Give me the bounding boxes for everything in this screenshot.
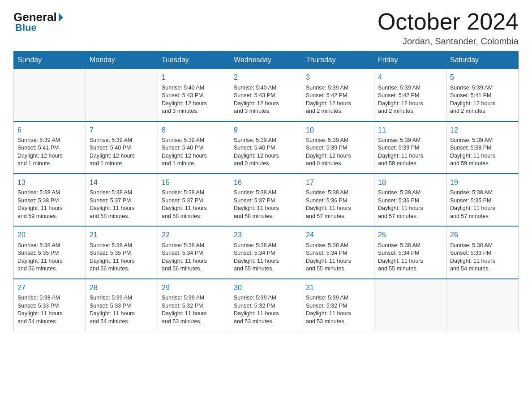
day-number: 30 xyxy=(234,283,298,293)
day-info: Sunrise: 5:38 AM Sunset: 5:35 PM Dayligh… xyxy=(450,189,515,220)
day-info: Sunrise: 5:38 AM Sunset: 5:37 PM Dayligh… xyxy=(234,189,298,220)
header-monday: Monday xyxy=(86,51,158,69)
header-friday: Friday xyxy=(374,51,446,69)
table-row: 27Sunrise: 5:38 AM Sunset: 5:33 PM Dayli… xyxy=(14,279,86,331)
day-number: 24 xyxy=(306,230,370,240)
location-subtitle: Jordan, Santander, Colombia xyxy=(378,36,519,47)
day-info: Sunrise: 5:38 AM Sunset: 5:33 PM Dayligh… xyxy=(450,242,515,273)
table-row: 15Sunrise: 5:38 AM Sunset: 5:37 PM Dayli… xyxy=(158,174,230,226)
day-number: 11 xyxy=(378,125,442,135)
table-row: 8Sunrise: 5:39 AM Sunset: 5:40 PM Daylig… xyxy=(158,121,230,174)
table-row xyxy=(14,69,86,121)
table-row: 2Sunrise: 5:40 AM Sunset: 5:43 PM Daylig… xyxy=(230,69,302,121)
table-row xyxy=(446,279,519,331)
day-info: Sunrise: 5:39 AM Sunset: 5:39 PM Dayligh… xyxy=(378,137,442,168)
day-info: Sunrise: 5:38 AM Sunset: 5:36 PM Dayligh… xyxy=(306,189,370,220)
day-info: Sunrise: 5:38 AM Sunset: 5:34 PM Dayligh… xyxy=(378,242,442,273)
table-row: 13Sunrise: 5:38 AM Sunset: 5:38 PM Dayli… xyxy=(14,174,86,226)
table-row: 17Sunrise: 5:38 AM Sunset: 5:36 PM Dayli… xyxy=(302,174,374,226)
table-row: 1Sunrise: 5:40 AM Sunset: 5:43 PM Daylig… xyxy=(158,69,230,121)
day-number: 26 xyxy=(450,230,515,240)
day-info: Sunrise: 5:40 AM Sunset: 5:43 PM Dayligh… xyxy=(162,84,226,116)
day-info: Sunrise: 5:39 AM Sunset: 5:39 PM Dayligh… xyxy=(306,137,370,168)
day-info: Sunrise: 5:39 AM Sunset: 5:42 PM Dayligh… xyxy=(306,84,370,116)
day-number: 31 xyxy=(306,283,370,293)
title-section: October 2024 Jordan, Santander, Colombia xyxy=(378,9,519,47)
day-info: Sunrise: 5:39 AM Sunset: 5:32 PM Dayligh… xyxy=(306,294,370,325)
day-number: 10 xyxy=(306,125,370,135)
day-number: 14 xyxy=(90,178,154,188)
day-number: 29 xyxy=(162,283,226,293)
day-info: Sunrise: 5:40 AM Sunset: 5:43 PM Dayligh… xyxy=(234,84,298,116)
day-number: 9 xyxy=(234,125,298,135)
month-title: October 2024 xyxy=(378,9,519,34)
calendar-row: 1Sunrise: 5:40 AM Sunset: 5:43 PM Daylig… xyxy=(14,69,519,121)
day-number: 5 xyxy=(450,73,515,82)
day-info: Sunrise: 5:39 AM Sunset: 5:32 PM Dayligh… xyxy=(162,294,226,325)
table-row: 7Sunrise: 5:39 AM Sunset: 5:40 PM Daylig… xyxy=(86,121,158,174)
day-info: Sunrise: 5:38 AM Sunset: 5:34 PM Dayligh… xyxy=(162,242,226,273)
calendar-row: 27Sunrise: 5:38 AM Sunset: 5:33 PM Dayli… xyxy=(14,279,519,331)
day-info: Sunrise: 5:39 AM Sunset: 5:40 PM Dayligh… xyxy=(90,137,154,168)
day-info: Sunrise: 5:38 AM Sunset: 5:36 PM Dayligh… xyxy=(378,189,442,220)
day-number: 17 xyxy=(306,178,370,188)
table-row: 12Sunrise: 5:39 AM Sunset: 5:38 PM Dayli… xyxy=(446,121,519,174)
table-row: 20Sunrise: 5:38 AM Sunset: 5:35 PM Dayli… xyxy=(14,226,86,278)
calendar-header-row: Sunday Monday Tuesday Wednesday Thursday… xyxy=(14,51,519,69)
table-row: 5Sunrise: 5:39 AM Sunset: 5:41 PM Daylig… xyxy=(446,69,519,121)
logo: General Blue xyxy=(13,9,63,34)
day-number: 21 xyxy=(90,230,154,240)
day-info: Sunrise: 5:39 AM Sunset: 5:41 PM Dayligh… xyxy=(450,84,515,116)
day-info: Sunrise: 5:39 AM Sunset: 5:42 PM Dayligh… xyxy=(378,84,442,116)
table-row: 23Sunrise: 5:38 AM Sunset: 5:34 PM Dayli… xyxy=(230,226,302,278)
logo-general: General xyxy=(13,11,63,23)
table-row: 30Sunrise: 5:39 AM Sunset: 5:32 PM Dayli… xyxy=(230,279,302,331)
calendar-row: 13Sunrise: 5:38 AM Sunset: 5:38 PM Dayli… xyxy=(14,174,519,226)
table-row: 10Sunrise: 5:39 AM Sunset: 5:39 PM Dayli… xyxy=(302,121,374,174)
header-saturday: Saturday xyxy=(446,51,519,69)
day-number: 6 xyxy=(17,125,82,135)
table-row: 25Sunrise: 5:38 AM Sunset: 5:34 PM Dayli… xyxy=(374,226,446,278)
day-number: 23 xyxy=(234,230,298,240)
day-number: 15 xyxy=(162,178,226,188)
day-number: 8 xyxy=(162,125,226,135)
calendar-table: Sunday Monday Tuesday Wednesday Thursday… xyxy=(13,51,519,331)
day-info: Sunrise: 5:38 AM Sunset: 5:38 PM Dayligh… xyxy=(17,189,82,220)
day-number: 13 xyxy=(17,178,82,188)
day-number: 2 xyxy=(234,73,298,82)
day-info: Sunrise: 5:39 AM Sunset: 5:33 PM Dayligh… xyxy=(90,294,154,325)
table-row: 14Sunrise: 5:38 AM Sunset: 5:37 PM Dayli… xyxy=(86,174,158,226)
day-info: Sunrise: 5:38 AM Sunset: 5:34 PM Dayligh… xyxy=(234,242,298,273)
table-row: 6Sunrise: 5:39 AM Sunset: 5:41 PM Daylig… xyxy=(14,121,86,174)
day-number: 7 xyxy=(90,125,154,135)
day-number: 1 xyxy=(162,73,226,82)
day-info: Sunrise: 5:38 AM Sunset: 5:37 PM Dayligh… xyxy=(90,189,154,220)
day-info: Sunrise: 5:38 AM Sunset: 5:33 PM Dayligh… xyxy=(17,294,82,325)
table-row: 22Sunrise: 5:38 AM Sunset: 5:34 PM Dayli… xyxy=(158,226,230,278)
table-row xyxy=(374,279,446,331)
table-row: 29Sunrise: 5:39 AM Sunset: 5:32 PM Dayli… xyxy=(158,279,230,331)
table-row: 31Sunrise: 5:39 AM Sunset: 5:32 PM Dayli… xyxy=(302,279,374,331)
day-info: Sunrise: 5:38 AM Sunset: 5:35 PM Dayligh… xyxy=(90,242,154,273)
header-sunday: Sunday xyxy=(14,51,86,69)
header-tuesday: Tuesday xyxy=(158,51,230,69)
page-header: General Blue October 2024 Jordan, Santan… xyxy=(13,9,519,47)
table-row: 3Sunrise: 5:39 AM Sunset: 5:42 PM Daylig… xyxy=(302,69,374,121)
day-number: 12 xyxy=(450,125,515,135)
day-info: Sunrise: 5:39 AM Sunset: 5:40 PM Dayligh… xyxy=(162,137,226,168)
table-row: 26Sunrise: 5:38 AM Sunset: 5:33 PM Dayli… xyxy=(446,226,519,278)
table-row: 24Sunrise: 5:38 AM Sunset: 5:34 PM Dayli… xyxy=(302,226,374,278)
table-row: 28Sunrise: 5:39 AM Sunset: 5:33 PM Dayli… xyxy=(86,279,158,331)
table-row: 4Sunrise: 5:39 AM Sunset: 5:42 PM Daylig… xyxy=(374,69,446,121)
day-number: 16 xyxy=(234,178,298,188)
day-info: Sunrise: 5:39 AM Sunset: 5:32 PM Dayligh… xyxy=(234,294,298,325)
header-thursday: Thursday xyxy=(302,51,374,69)
day-info: Sunrise: 5:39 AM Sunset: 5:41 PM Dayligh… xyxy=(17,137,82,168)
header-wednesday: Wednesday xyxy=(230,51,302,69)
day-info: Sunrise: 5:38 AM Sunset: 5:37 PM Dayligh… xyxy=(162,189,226,220)
table-row xyxy=(86,69,158,121)
table-row: 9Sunrise: 5:39 AM Sunset: 5:40 PM Daylig… xyxy=(230,121,302,174)
day-number: 4 xyxy=(378,73,442,82)
day-number: 22 xyxy=(162,230,226,240)
table-row: 21Sunrise: 5:38 AM Sunset: 5:35 PM Dayli… xyxy=(86,226,158,278)
